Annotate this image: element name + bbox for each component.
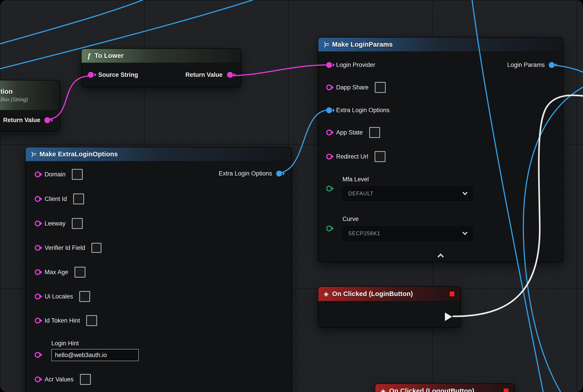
node-title: Make LoginParams <box>332 41 393 48</box>
login-provider-input-pin[interactable] <box>326 62 332 68</box>
make-login-params-header[interactable]: ⟩= Make LoginParams <box>318 38 563 52</box>
return-value-output-pin[interactable] <box>227 72 233 78</box>
mfa-level-dropdown[interactable]: DEFAULT <box>342 186 472 201</box>
return-value-output-pin[interactable] <box>44 117 50 123</box>
pin-label: Acr Values <box>44 376 74 383</box>
pin-row: Login Provider <box>326 62 375 68</box>
extra-login-options-input-pin[interactable] <box>326 107 332 113</box>
on-clicked-logout-header[interactable]: ◈ On Clicked (LogoutButton) <box>375 384 514 392</box>
wire <box>228 65 328 76</box>
chevron-down-icon <box>462 190 468 195</box>
pin-row: Domain <box>35 169 83 180</box>
ui-locales-input-pin[interactable] <box>35 294 40 300</box>
event-icon: ◈ <box>381 388 386 392</box>
pin-row: Leeway <box>35 218 83 229</box>
pin-label: Max Age <box>44 269 68 276</box>
mfa-level-input-pin[interactable] <box>326 186 332 192</box>
pin-label: Login Provider <box>336 62 375 68</box>
pin-label: Curve <box>342 216 359 222</box>
wire <box>0 0 153 45</box>
function-icon: ƒ <box>87 52 91 60</box>
event-red-box-icon[interactable] <box>449 291 455 297</box>
mfa-level-selected-value: DEFAULT <box>348 190 374 197</box>
node-title: tion <box>0 88 12 95</box>
domain-input-pin[interactable] <box>35 172 40 177</box>
client-id-value-checkbox[interactable] <box>73 194 84 204</box>
pin-row: Max Age <box>35 267 86 278</box>
event-red-box-icon[interactable] <box>503 388 509 392</box>
node-title: On Clicked (LogoutButton) <box>389 387 474 392</box>
curve-input-pin[interactable] <box>326 226 332 231</box>
node-subtitle: Box (String) <box>0 97 28 103</box>
max-age-value-checkbox[interactable] <box>74 267 86 278</box>
make-struct-icon: ⟩= <box>31 152 36 157</box>
node-title: On Clicked (LoginButton) <box>332 290 413 298</box>
on-clicked-logout-button-node[interactable]: ◈ On Clicked (LogoutButton) <box>375 384 515 392</box>
make-struct-icon: ⟩= <box>324 42 328 48</box>
pin-label: Client Id <box>44 196 67 202</box>
ui-locales-value-checkbox[interactable] <box>79 291 90 302</box>
extra-login-options-output-pin[interactable] <box>276 170 282 176</box>
node-title: Make ExtraLoginOptions <box>40 150 118 158</box>
leeway-input-pin[interactable] <box>35 220 40 226</box>
dapp-share-value-checkbox[interactable] <box>375 82 386 93</box>
pin-label: Return Value <box>3 117 40 124</box>
pin-label: Mfa Level <box>342 176 369 183</box>
pin-label: Login Params <box>507 62 545 68</box>
clipped-string-node[interactable]: tion Box (String) Return Value <box>0 80 60 131</box>
pin-row: Redirect Url <box>326 151 386 162</box>
verifier-id-field-value-checkbox[interactable] <box>92 243 101 253</box>
redirect-url-value-checkbox[interactable] <box>374 151 386 162</box>
pin-label: Extra Login Options <box>219 170 272 177</box>
pin-label: Redirect Url <box>336 153 368 160</box>
pin-row: Extra Login Options <box>326 107 390 114</box>
pin-label: Extra Login Options <box>336 107 390 114</box>
curve-selected-value: SECP256K1 <box>348 230 380 236</box>
event-icon: ◈ <box>324 291 329 297</box>
acr-values-value-checkbox[interactable] <box>80 374 91 385</box>
login-params-output-pin[interactable] <box>549 62 554 68</box>
id-token-hint-input-pin[interactable] <box>35 318 40 324</box>
make-login-params-node[interactable]: ⟩= Make LoginParams Login Provider Dapp … <box>318 37 563 262</box>
on-clicked-login-header[interactable]: ◈ On Clicked (LoginButton) <box>318 287 460 301</box>
acr-values-input-pin[interactable] <box>35 376 40 382</box>
make-extra-login-options-header[interactable]: ⟩= Make ExtraLoginOptions <box>26 147 292 161</box>
blueprint-graph-canvas[interactable]: tion Box (String) Return Value ƒ To Lowe… <box>0 0 583 392</box>
pin-row: Return Value <box>3 117 50 124</box>
pin-label: Id Token Hint <box>44 317 80 324</box>
max-age-input-pin[interactable] <box>35 269 40 275</box>
dapp-share-input-pin[interactable] <box>326 84 332 90</box>
pin-row: Extra Login Options <box>219 170 282 177</box>
to-lower-node[interactable]: ƒ To Lower Source String Return Value <box>81 48 241 87</box>
pin-row: Login Params <box>507 62 554 68</box>
pin-row: App State <box>326 127 380 138</box>
verifier-id-field-input-pin[interactable] <box>35 245 40 251</box>
source-string-input-pin[interactable] <box>88 72 94 78</box>
pin-label: App State <box>336 129 363 136</box>
on-clicked-login-button-node[interactable]: ◈ On Clicked (LoginButton) <box>318 286 461 328</box>
to-lower-header[interactable]: ƒ To Lower <box>82 49 240 63</box>
pin-row: Acr Values <box>35 374 91 385</box>
redirect-url-input-pin[interactable] <box>326 154 332 160</box>
domain-value-checkbox[interactable] <box>72 169 83 180</box>
pin-row: Client Id <box>35 194 84 204</box>
pin-label: Source String <box>98 72 138 78</box>
curve-dropdown[interactable]: SECP256K1 <box>342 226 472 240</box>
app-state-input-pin[interactable] <box>326 130 332 136</box>
pin-row: Verifier Id Field <box>35 243 101 253</box>
chevron-down-icon <box>462 230 468 235</box>
clipped-node-header[interactable]: tion Box (String) <box>0 80 60 110</box>
login-hint-input-pin[interactable] <box>35 352 40 358</box>
pin-row: Dapp Share <box>326 82 386 93</box>
login-hint-text-field[interactable] <box>51 349 139 361</box>
client-id-input-pin[interactable] <box>35 196 40 202</box>
collapse-node-chevron-icon[interactable] <box>437 254 444 260</box>
app-state-value-checkbox[interactable] <box>369 127 380 138</box>
pin-label: Return Value <box>186 72 222 78</box>
leeway-value-checkbox[interactable] <box>72 218 83 229</box>
id-token-hint-value-checkbox[interactable] <box>86 315 97 326</box>
pin-label: Login Hint <box>51 340 79 347</box>
make-extra-login-options-node[interactable]: ⟩= Make ExtraLoginOptions Domain Client … <box>25 147 292 392</box>
exec-output-pin[interactable] <box>445 312 452 321</box>
pin-label: Ui Locales <box>44 293 73 300</box>
